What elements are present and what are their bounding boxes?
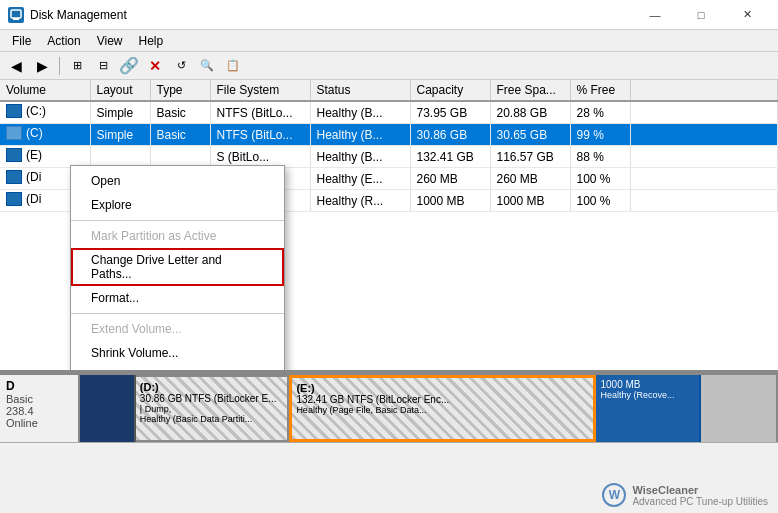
cell-type: Basic (150, 101, 210, 124)
cell-status: Healthy (R... (310, 190, 410, 212)
disk-size: 238.4 (6, 405, 72, 417)
toolbar-btn-clip[interactable]: 📋 (221, 55, 245, 77)
cell-fs: NTFS (BitLo... (210, 101, 310, 124)
minimize-button[interactable]: — (632, 0, 678, 30)
ctx-separator-1 (71, 220, 284, 221)
close-button[interactable]: ✕ (724, 0, 770, 30)
menu-view[interactable]: View (89, 32, 131, 50)
disk-type: Basic (6, 393, 72, 405)
col-free[interactable]: Free Spa... (490, 80, 570, 101)
table-row[interactable]: (C) Simple Basic NTFS (BitLo... Healthy … (0, 124, 778, 146)
ctx-mark-active: Mark Partition as Active (71, 224, 284, 248)
svg-rect-1 (13, 18, 19, 20)
col-volume[interactable]: Volume (0, 80, 90, 101)
toolbar-btn-2[interactable]: ⊟ (91, 55, 115, 77)
ctx-explore[interactable]: Explore (71, 193, 284, 217)
col-fs[interactable]: File System (210, 80, 310, 101)
wisecleaner-text: WiseCleaner Advanced PC Tune-up Utilitie… (632, 484, 768, 507)
menu-bar: File Action View Help (0, 30, 778, 52)
context-menu: Open Explore Mark Partition as Active Ch… (70, 165, 285, 373)
cell-free: 260 MB (490, 168, 570, 190)
ctx-format[interactable]: Format... (71, 286, 284, 310)
cell-capacity: 73.95 GB (410, 101, 490, 124)
table-area: Volume Layout Type File System Status Ca… (0, 80, 778, 373)
ctx-mirror: Add Mirror... (71, 365, 284, 373)
toolbar-btn-3[interactable]: 🔗 (117, 55, 141, 77)
app-icon (8, 7, 24, 23)
cell-free: 1000 MB (490, 190, 570, 212)
toolbar-btn-search[interactable]: 🔍 (195, 55, 219, 77)
cell-type: Basic (150, 124, 210, 146)
back-button[interactable]: ◀ (4, 55, 28, 77)
cell-pct: 99 % (570, 124, 630, 146)
ctx-open[interactable]: Open (71, 169, 284, 193)
cell-volume: (C:) (0, 101, 90, 124)
col-pct[interactable]: % Free (570, 80, 630, 101)
cell-free: 116.57 GB (490, 146, 570, 168)
window-title: Disk Management (30, 8, 127, 22)
disk-map: D Basic 238.4 Online (D:) 30.86 GB NTFS … (0, 373, 778, 513)
table-row[interactable]: (C:) Simple Basic NTFS (BitLo... Healthy… (0, 101, 778, 124)
cell-status: Healthy (B... (310, 124, 410, 146)
cell-capacity: 1000 MB (410, 190, 490, 212)
cell-free: 30.65 GB (490, 124, 570, 146)
toolbar-btn-delete[interactable]: ✕ (143, 55, 167, 77)
menu-help[interactable]: Help (131, 32, 172, 50)
cell-status: Healthy (B... (310, 101, 410, 124)
wisecleaner-logo: W (602, 483, 626, 507)
partition-recovery[interactable]: 1000 MB Healthy (Recove... (596, 375, 701, 442)
menu-action[interactable]: Action (39, 32, 88, 50)
cell-pct: 88 % (570, 146, 630, 168)
cell-capacity: 260 MB (410, 168, 490, 190)
col-capacity[interactable]: Capacity (410, 80, 490, 101)
main-content: Volume Layout Type File System Status Ca… (0, 80, 778, 513)
partition-e[interactable]: (E:) 132.41 GB NTFS (BitLocker Enc... He… (289, 375, 596, 442)
menu-file[interactable]: File (4, 32, 39, 50)
toolbar: ◀ ▶ ⊞ ⊟ 🔗 ✕ ↺ 🔍 📋 (0, 52, 778, 80)
partition-d[interactable]: (D:) 30.86 GB NTFS (BitLocker E... | Dum… (136, 375, 290, 442)
disk-partitions-0: (D:) 30.86 GB NTFS (BitLocker E... | Dum… (80, 375, 778, 442)
cell-status: Healthy (E... (310, 168, 410, 190)
toolbar-separator-1 (59, 57, 60, 75)
toolbar-btn-1[interactable]: ⊞ (65, 55, 89, 77)
title-bar: Disk Management — □ ✕ (0, 0, 778, 30)
cell-capacity: 132.41 GB (410, 146, 490, 168)
cell-pct: 100 % (570, 190, 630, 212)
disk-label-0: D Basic 238.4 Online (0, 375, 80, 442)
watermark: W WiseCleaner Advanced PC Tune-up Utilit… (602, 483, 768, 507)
toolbar-btn-refresh[interactable]: ↺ (169, 55, 193, 77)
maximize-button[interactable]: □ (678, 0, 724, 30)
ctx-extend: Extend Volume... (71, 317, 284, 341)
cell-pct: 28 % (570, 101, 630, 124)
col-layout[interactable]: Layout (90, 80, 150, 101)
disk-row-0: D Basic 238.4 Online (D:) 30.86 GB NTFS … (0, 375, 778, 443)
cell-layout: Simple (90, 124, 150, 146)
partition-boot[interactable] (80, 375, 136, 442)
partition-unallocated (701, 375, 778, 442)
cell-layout: Simple (90, 101, 150, 124)
cell-free: 20.88 GB (490, 101, 570, 124)
cell-pct: 100 % (570, 168, 630, 190)
ctx-shrink[interactable]: Shrink Volume... (71, 341, 284, 365)
cell-fs: NTFS (BitLo... (210, 124, 310, 146)
cell-volume: (C) (0, 124, 90, 146)
col-extra[interactable] (630, 80, 778, 101)
svg-rect-0 (11, 10, 21, 18)
window-controls: — □ ✕ (632, 0, 770, 30)
forward-button[interactable]: ▶ (30, 55, 54, 77)
ctx-change-drive[interactable]: Change Drive Letter and Paths... (71, 248, 284, 286)
col-type[interactable]: Type (150, 80, 210, 101)
ctx-separator-2 (71, 313, 284, 314)
col-status[interactable]: Status (310, 80, 410, 101)
disk-online-status: Online (6, 417, 72, 429)
disk-name: D (6, 379, 72, 393)
cell-status: Healthy (B... (310, 146, 410, 168)
cell-capacity: 30.86 GB (410, 124, 490, 146)
